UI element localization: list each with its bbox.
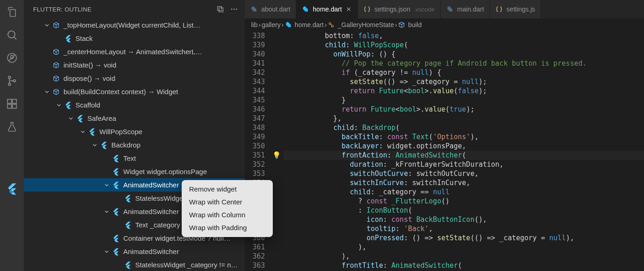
context-menu-item[interactable]: Wrap with Padding — [182, 221, 273, 234]
editor-tab[interactable]: home.dart — [296, 0, 358, 18]
search-icon[interactable] — [6, 28, 18, 41]
chevron-down-icon[interactable] — [67, 115, 75, 122]
code-line[interactable]: // Pop the category page if Android back… — [283, 59, 644, 68]
chevron-down-icon[interactable] — [91, 141, 98, 149]
editor: about.darthome.dartsettings.json.vscodem… — [245, 0, 644, 271]
editor-tab[interactable]: settings.json.vscode — [358, 0, 441, 18]
breadcrumb-item[interactable]: _GalleryHomeState — [328, 21, 394, 28]
chevron-down-icon[interactable] — [103, 208, 110, 215]
outline-item[interactable]: Scaffold — [24, 98, 245, 112]
outline-item-label: WillPopScope — [99, 125, 142, 138]
code-line[interactable]: child: Backdrop( — [283, 123, 644, 132]
code-line[interactable]: if (_category != null) { — [283, 68, 644, 77]
outline-item[interactable]: dispose() → void — [24, 72, 245, 85]
outline-item[interactable]: WillPopScope — [24, 125, 245, 138]
code-line[interactable]: switchOutCurve: switchOutCurve, — [283, 169, 644, 178]
tab-label: home.dart — [313, 6, 342, 13]
code-line[interactable]: : IconButton( — [283, 206, 644, 215]
outline-item[interactable]: build(BuildContext context) → Widget — [24, 85, 245, 98]
code-line[interactable]: tooltip: 'Back', — [283, 224, 644, 233]
test-icon[interactable] — [6, 120, 18, 133]
breadcrumb-item[interactable]: home.dart — [285, 21, 324, 28]
flutter-widget-icon — [111, 181, 121, 190]
outline-item[interactable]: AnimatedSwitcher — [24, 245, 245, 258]
context-menu-item[interactable]: Wrap with Center — [182, 196, 273, 209]
flutter-icon[interactable] — [6, 182, 18, 195]
editor-tabs: about.darthome.dartsettings.json.vscodem… — [245, 0, 644, 18]
breadcrumb-label: gallery — [262, 21, 281, 28]
extensions-icon[interactable] — [6, 97, 18, 110]
svg-rect-8 — [7, 104, 12, 108]
collapse-all-icon[interactable] — [215, 4, 225, 14]
editor-tab[interactable]: about.dart — [245, 0, 296, 18]
code-line[interactable]: switchInCurve: switchInCurve, — [283, 178, 644, 187]
chevron-down-icon[interactable] — [43, 88, 51, 96]
breadcrumb-item[interactable]: build — [398, 21, 422, 28]
method-icon — [52, 61, 61, 70]
code-line[interactable]: child: _category == null — [283, 187, 644, 197]
outline-item[interactable]: initState() → void — [24, 58, 245, 72]
more-icon[interactable] — [229, 4, 239, 14]
code-line[interactable]: ? const _FlutterLogo() — [283, 197, 644, 206]
breadcrumbs[interactable]: lib › gallery › home.dart › _GalleryHome… — [245, 18, 644, 31]
tab-label: settings.json — [374, 6, 410, 13]
code-area[interactable]: 3383393403413423433443453463473483493503… — [245, 31, 644, 271]
cube-icon — [398, 21, 405, 28]
tab-label: main.dart — [457, 6, 484, 13]
editor-tab[interactable]: settings.js — [490, 0, 541, 18]
code-line[interactable]: onWillPop: () { — [283, 50, 644, 59]
breadcrumb-item[interactable]: lib — [251, 21, 258, 28]
outline-item-label: Backdrop — [111, 139, 140, 152]
code-line[interactable]: }, — [283, 114, 644, 123]
outline-item[interactable]: SafeArea — [24, 112, 245, 125]
outline-item[interactable]: Widget widget.optionsPage — [24, 165, 245, 178]
code-line[interactable]: ), — [283, 243, 644, 252]
outline-item[interactable]: Backdrop — [24, 138, 245, 152]
breadcrumb-label: _GalleryHomeState — [338, 21, 394, 28]
method-icon — [52, 21, 61, 30]
chevron-down-icon[interactable] — [103, 248, 110, 255]
lightbulb-icon[interactable]: 💡 — [272, 151, 281, 160]
code-line[interactable]: frontAction: AnimatedSwitcher( — [283, 151, 644, 160]
chevron-down-icon[interactable] — [43, 22, 51, 29]
flutter-widget-icon — [111, 234, 121, 243]
code-line[interactable]: return Future<bool>.value(false); — [283, 86, 644, 96]
chevron-down-icon[interactable] — [103, 181, 110, 189]
code-content[interactable]: bottom: false, child: WillPopScope( onWi… — [283, 31, 644, 271]
outline-item-label: Text _category = — [135, 219, 186, 231]
tab-label: about.dart — [261, 6, 290, 13]
code-line[interactable]: backTitle: const Text('Options'), — [283, 132, 644, 141]
breadcrumb-item[interactable]: gallery — [262, 21, 281, 28]
code-line[interactable]: backLayer: widget.optionsPage, — [283, 141, 644, 151]
code-line[interactable]: ), — [283, 252, 644, 261]
source-control-icon[interactable] — [6, 74, 18, 87]
code-line[interactable]: setState(() => _category = null); — [283, 77, 644, 86]
chevron-placeholder — [103, 168, 110, 175]
outline-item[interactable]: Stack — [24, 32, 245, 45]
chevron-placeholder — [43, 75, 51, 82]
code-line[interactable]: } — [283, 96, 644, 105]
code-line[interactable]: icon: const BackButtonIcon(), — [283, 215, 644, 224]
code-line[interactable]: bottom: false, — [283, 31, 644, 40]
outline-item-label: dispose() → void — [63, 72, 115, 85]
code-line[interactable]: onPressed: () => setState(() => _categor… — [283, 233, 644, 243]
editor-tab[interactable]: main.dart — [441, 0, 490, 18]
chevron-down-icon[interactable] — [79, 128, 86, 136]
code-line[interactable]: frontTitle: AnimatedSwitcher( — [283, 261, 644, 270]
code-line[interactable]: child: WillPopScope( — [283, 40, 644, 50]
chevron-down-icon[interactable] — [55, 102, 63, 109]
code-line[interactable]: return Future<bool>.value(true); — [283, 105, 644, 114]
outline-item-label: AnimatedSwitcher — [123, 245, 179, 258]
flutter-widget-icon — [63, 34, 73, 43]
flutter-widget-icon — [111, 207, 121, 216]
outline-item[interactable]: StatelessWidget _category != n… — [24, 258, 245, 271]
code-line[interactable]: duration: _kFrontLayerSwitchDuration, — [283, 160, 644, 169]
context-menu-item[interactable]: Remove widget — [182, 183, 273, 196]
outline-item[interactable]: _topHomeLayout(Widget currentChild, List… — [24, 18, 245, 32]
debug-disabled-icon[interactable] — [6, 51, 18, 64]
context-menu-item[interactable]: Wrap with Column — [182, 209, 273, 221]
close-icon[interactable] — [345, 6, 352, 12]
outline-item[interactable]: Text — [24, 152, 245, 165]
outline-item[interactable]: _centerHomeLayout → AnimatedSwitcherL… — [24, 45, 245, 58]
explorer-icon[interactable] — [6, 6, 18, 18]
